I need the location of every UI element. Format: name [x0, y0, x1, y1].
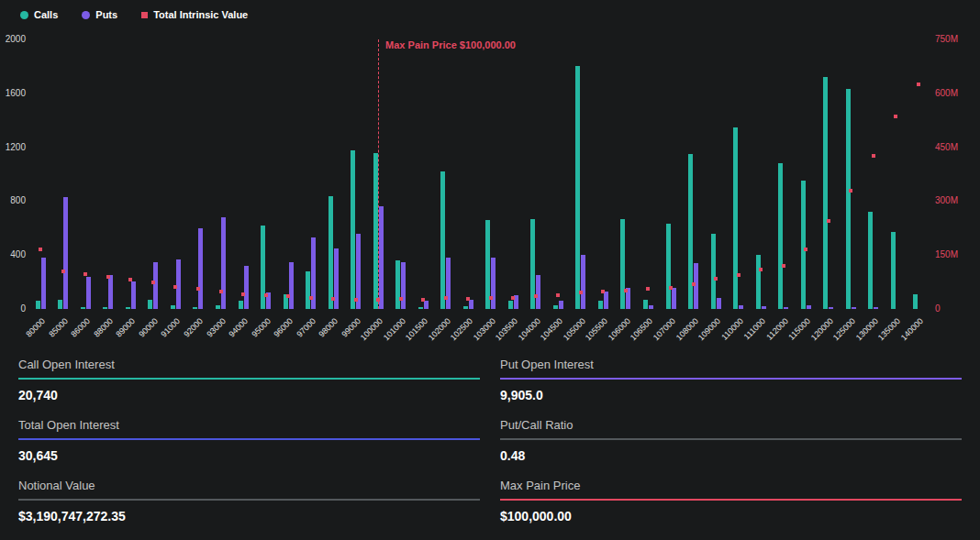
puts-bar[interactable] [198, 228, 203, 309]
calls-bar[interactable] [575, 66, 580, 309]
calls-bar[interactable] [351, 150, 355, 310]
total-intrinsic-value-point[interactable] [827, 219, 830, 223]
calls-bar[interactable] [891, 232, 896, 309]
total-intrinsic-value-point[interactable] [264, 293, 268, 297]
total-intrinsic-value-point[interactable] [489, 296, 493, 300]
calls-bar[interactable] [58, 300, 62, 309]
calls-bar[interactable] [81, 307, 85, 309]
puts-bar[interactable] [401, 262, 406, 309]
calls-bar[interactable] [193, 307, 197, 309]
puts-bar[interactable] [581, 255, 585, 309]
calls-bar[interactable] [36, 301, 40, 309]
total-intrinsic-value-point[interactable] [624, 289, 628, 292]
total-intrinsic-value-point[interactable] [173, 285, 177, 289]
total-intrinsic-value-point[interactable] [556, 293, 560, 297]
puts-bar[interactable] [131, 281, 136, 309]
total-intrinsic-value-point[interactable] [511, 296, 515, 300]
puts-bar[interactable] [649, 305, 653, 309]
calls-bar[interactable] [373, 153, 378, 310]
calls-bar[interactable] [239, 301, 243, 309]
calls-bar[interactable] [553, 305, 558, 309]
puts-bar[interactable] [536, 275, 540, 309]
calls-bar[interactable] [440, 171, 445, 309]
total-intrinsic-value-point[interactable] [714, 277, 718, 281]
chart-plot-area[interactable]: Max Pain Price $100,000.00 [29, 39, 930, 309]
puts-bar[interactable] [762, 306, 766, 309]
total-intrinsic-value-point[interactable] [894, 115, 897, 118]
total-intrinsic-value-point[interactable] [309, 296, 313, 300]
puts-bar[interactable] [108, 275, 113, 309]
calls-bar[interactable] [598, 301, 603, 309]
legend-item-calls[interactable]: Calls [20, 9, 58, 20]
calls-bar[interactable] [148, 300, 152, 309]
calls-bar[interactable] [846, 89, 851, 309]
puts-bar[interactable] [807, 305, 811, 309]
calls-bar[interactable] [913, 294, 918, 309]
puts-bar[interactable] [63, 197, 68, 309]
total-intrinsic-value-point[interactable] [669, 286, 673, 290]
total-intrinsic-value-point[interactable] [579, 291, 583, 294]
puts-bar[interactable] [446, 258, 451, 309]
total-intrinsic-value-point[interactable] [872, 154, 875, 158]
calls-bar[interactable] [733, 127, 738, 310]
total-intrinsic-value-point[interactable] [39, 248, 42, 251]
total-intrinsic-value-point[interactable] [84, 272, 87, 276]
puts-bar[interactable] [41, 258, 46, 309]
calls-bar[interactable] [103, 307, 107, 309]
calls-bar[interactable] [756, 255, 761, 309]
legend-item-puts[interactable]: Puts [82, 9, 117, 20]
total-intrinsic-value-point[interactable] [782, 264, 785, 268]
puts-bar[interactable] [852, 307, 856, 309]
total-intrinsic-value-point[interactable] [61, 270, 65, 273]
total-intrinsic-value-point[interactable] [241, 292, 245, 296]
puts-bar[interactable] [153, 262, 158, 309]
puts-bar[interactable] [244, 266, 249, 309]
calls-bar[interactable] [463, 306, 468, 309]
total-intrinsic-value-point[interactable] [534, 294, 538, 298]
puts-bar[interactable] [694, 263, 698, 309]
total-intrinsic-value-point[interactable] [151, 281, 155, 284]
legend-item-total-intrinsic-value[interactable]: Total Intrinsic Value [141, 9, 248, 20]
puts-bar[interactable] [604, 292, 608, 309]
calls-bar[interactable] [329, 196, 333, 310]
puts-bar[interactable] [829, 307, 833, 309]
calls-bar[interactable] [823, 77, 828, 309]
total-intrinsic-value-point[interactable] [354, 298, 358, 302]
calls-bar[interactable] [216, 305, 220, 309]
total-intrinsic-value-point[interactable] [421, 298, 425, 302]
calls-bar[interactable] [620, 219, 625, 310]
total-intrinsic-value-point[interactable] [601, 290, 605, 293]
puts-bar[interactable] [491, 258, 496, 309]
total-intrinsic-value-point[interactable] [804, 248, 807, 251]
calls-bar[interactable] [711, 234, 716, 309]
total-intrinsic-value-point[interactable] [444, 296, 448, 300]
calls-bar[interactable] [508, 301, 513, 309]
calls-bar[interactable] [306, 271, 310, 309]
total-intrinsic-value-point[interactable] [466, 297, 470, 301]
total-intrinsic-value-point[interactable] [331, 297, 335, 301]
puts-bar[interactable] [86, 277, 91, 309]
calls-bar[interactable] [171, 305, 175, 309]
total-intrinsic-value-point[interactable] [849, 189, 852, 193]
total-intrinsic-value-point[interactable] [128, 278, 132, 281]
total-intrinsic-value-point[interactable] [759, 268, 763, 271]
total-intrinsic-value-point[interactable] [399, 297, 403, 301]
total-intrinsic-value-point[interactable] [692, 282, 696, 286]
total-intrinsic-value-point[interactable] [737, 273, 741, 277]
calls-bar[interactable] [126, 307, 130, 309]
total-intrinsic-value-point[interactable] [106, 275, 110, 279]
puts-bar[interactable] [424, 301, 429, 309]
puts-bar[interactable] [221, 217, 226, 309]
calls-bar[interactable] [666, 224, 671, 309]
calls-bar[interactable] [801, 181, 806, 309]
calls-bar[interactable] [418, 307, 423, 309]
puts-bar[interactable] [717, 298, 721, 309]
puts-bar[interactable] [874, 307, 878, 309]
puts-bar[interactable] [784, 307, 788, 309]
calls-bar[interactable] [688, 154, 693, 309]
total-intrinsic-value-point[interactable] [286, 294, 290, 298]
puts-bar[interactable] [672, 288, 676, 310]
puts-bar[interactable] [739, 305, 743, 309]
total-intrinsic-value-point[interactable] [219, 290, 223, 293]
calls-bar[interactable] [868, 212, 873, 309]
